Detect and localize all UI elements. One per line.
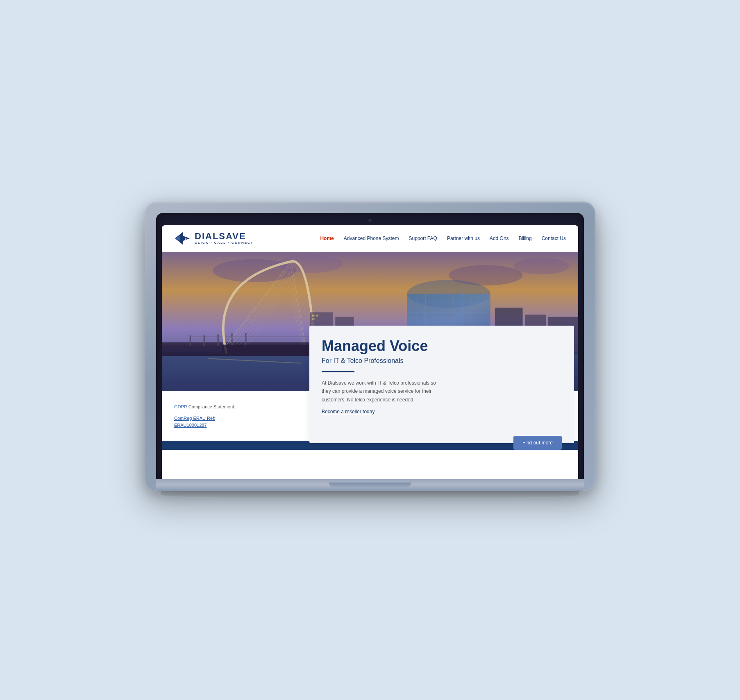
brand-name: DIALSAVE bbox=[195, 232, 254, 241]
gdpr-statement: GDPR Compliance Statement. bbox=[174, 403, 272, 410]
comreg-link[interactable]: ComReg ERAU Ref:ERAU10001287 bbox=[174, 415, 272, 428]
nav-advanced-phone[interactable]: Advanced Phone System bbox=[344, 236, 399, 241]
gdpr-text-suffix: Compliance Statement. bbox=[187, 404, 235, 409]
hero-divider bbox=[322, 371, 354, 372]
nav-home[interactable]: Home bbox=[320, 236, 334, 241]
logo-text: DIALSAVE CLICK • CALL • CONNECT bbox=[195, 232, 254, 245]
find-out-more-button[interactable]: Find out more bbox=[513, 436, 562, 450]
hero-subtitle: For IT & Telco Professionals bbox=[322, 357, 562, 365]
nav-links: Home Advanced Phone System Support FAQ P… bbox=[320, 236, 566, 241]
content-area: GDPR Compliance Statement. ComReg ERAU R… bbox=[162, 391, 578, 441]
nav-support-faq[interactable]: Support FAQ bbox=[409, 236, 437, 241]
svg-point-7 bbox=[513, 258, 569, 274]
reseller-link[interactable]: Become a reseller today bbox=[322, 409, 562, 415]
main-content: Managed Voice For IT & Telco Professiona… bbox=[285, 391, 578, 441]
left-sidebar: GDPR Compliance Statement. ComReg ERAU R… bbox=[162, 391, 285, 441]
svg-rect-36 bbox=[312, 315, 315, 317]
laptop-stand bbox=[329, 483, 411, 487]
svg-rect-19 bbox=[245, 333, 246, 346]
svg-rect-37 bbox=[316, 315, 318, 317]
nav-contact[interactable]: Contact Us bbox=[542, 236, 566, 241]
logo-icon: € bbox=[174, 231, 191, 246]
nav-billing[interactable]: Billing bbox=[519, 236, 532, 241]
nav-addons[interactable]: Add Ons bbox=[490, 236, 509, 241]
svg-rect-17 bbox=[217, 334, 218, 346]
nav-partner[interactable]: Partner with us bbox=[447, 236, 480, 241]
gdpr-link[interactable]: GDPR bbox=[174, 404, 187, 409]
svg-text:€: € bbox=[185, 238, 187, 241]
screen: € DIALSAVE CLICK • CALL • CONNECT Home A… bbox=[162, 225, 578, 479]
laptop-shadow bbox=[161, 491, 579, 499]
hero-title: Managed Voice bbox=[322, 338, 562, 354]
navigation: € DIALSAVE CLICK • CALL • CONNECT Home A… bbox=[162, 225, 578, 252]
svg-rect-38 bbox=[312, 318, 315, 320]
svg-rect-33 bbox=[222, 344, 319, 354]
logo[interactable]: € DIALSAVE CLICK • CALL • CONNECT bbox=[174, 231, 254, 246]
hero-card: Managed Voice For IT & Telco Professiona… bbox=[309, 326, 574, 444]
brand-tagline: CLICK • CALL • CONNECT bbox=[195, 241, 254, 245]
hero-body: At Dialsave we work with IT & Telco prof… bbox=[322, 379, 436, 404]
